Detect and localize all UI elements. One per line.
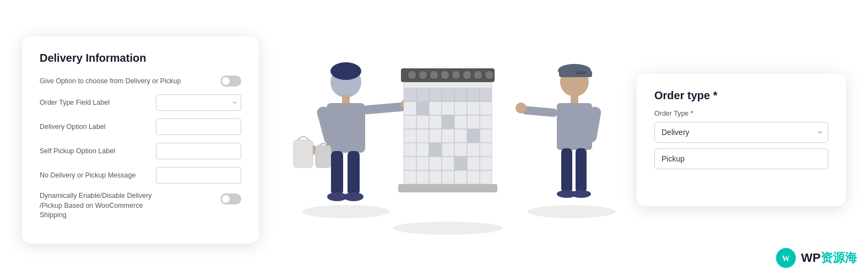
shadow-right (528, 205, 616, 218)
svg-point-51 (516, 103, 527, 114)
self-pickup-input[interactable] (156, 143, 241, 159)
svg-rect-13 (362, 102, 407, 115)
svg-rect-7 (294, 140, 313, 168)
svg-rect-46 (559, 71, 592, 77)
delivery-option-label-text: Delivery Option Label (40, 122, 156, 132)
order-type-field-label: Order Type Field Label (40, 98, 156, 108)
svg-point-24 (485, 71, 493, 79)
svg-text:W: W (782, 255, 790, 263)
svg-rect-9 (331, 151, 343, 195)
pickup-option-row: Pickup (654, 148, 828, 169)
person-right-figure (516, 64, 602, 198)
no-delivery-row: No Delivery or Pickup Message (40, 167, 241, 184)
svg-point-56 (571, 190, 591, 198)
svg-rect-42 (454, 157, 467, 170)
person-left-figure (294, 62, 412, 201)
svg-point-12 (344, 192, 364, 201)
order-type-select[interactable] (156, 94, 241, 111)
svg-rect-39 (442, 115, 454, 129)
svg-point-1 (330, 62, 361, 80)
svg-point-21 (452, 71, 460, 79)
give-option-slider (220, 76, 241, 87)
dynamic-enable-toggle[interactable] (220, 193, 241, 204)
calendar-figure (398, 68, 497, 192)
self-pickup-row: Self Pickup Option Label (40, 143, 241, 159)
dynamic-enable-label: Dynamically Enable/Disable Delivery /Pic… (40, 191, 172, 220)
delivery-option-input[interactable] (156, 119, 241, 135)
svg-rect-50 (522, 106, 558, 117)
svg-rect-10 (348, 151, 360, 195)
svg-rect-54 (576, 148, 587, 192)
illustration-area (259, 11, 637, 269)
delivery-option-label-row: Delivery Option Label (40, 119, 241, 135)
svg-point-22 (463, 71, 471, 79)
order-type-card: Order type * Order Type * Delivery Picku… (637, 74, 846, 206)
no-delivery-input[interactable] (156, 167, 241, 184)
wp-logo-icon: W (775, 247, 797, 269)
self-pickup-label: Self Pickup Option Label (40, 147, 156, 157)
delivery-card-title: Delivery Information (40, 52, 241, 64)
svg-rect-40 (467, 129, 480, 143)
shadow-left (302, 205, 390, 218)
order-card-title: Order type * (654, 89, 828, 102)
no-delivery-label: No Delivery or Pickup Message (40, 171, 156, 181)
main-illustration (261, 24, 635, 256)
svg-rect-38 (416, 101, 429, 115)
watermark-colored-text: 资源海 (821, 251, 857, 265)
svg-rect-47 (576, 71, 587, 74)
svg-point-23 (474, 71, 482, 79)
order-type-select-wrapper: Delivery Pickup (654, 122, 828, 143)
svg-point-17 (408, 71, 416, 79)
dynamic-enable-slider (220, 193, 241, 204)
svg-rect-41 (429, 143, 442, 157)
svg-point-20 (441, 71, 449, 79)
order-type-dropdown[interactable]: Delivery Pickup (654, 122, 828, 143)
svg-rect-2 (342, 95, 350, 103)
watermark: W WP资源海 (775, 247, 857, 269)
shadow-center (393, 222, 503, 235)
pickup-option-text: Pickup (661, 154, 685, 163)
give-option-toggle[interactable] (220, 76, 241, 87)
svg-point-19 (430, 71, 438, 79)
delivery-information-card: Delivery Information Give Option to choo… (22, 36, 259, 244)
main-scene: Delivery Information Give Option to choo… (0, 0, 868, 280)
give-option-label: Give Option to choose from Delivery or P… (40, 77, 220, 87)
svg-rect-25 (404, 88, 492, 101)
svg-rect-53 (561, 148, 572, 192)
dynamic-enable-row: Dynamically Enable/Disable Delivery /Pic… (40, 191, 241, 220)
order-type-label-text: Order Type * (654, 110, 828, 117)
svg-point-18 (419, 71, 427, 79)
order-type-select-wrapper (156, 94, 241, 111)
give-option-row: Give Option to choose from Delivery or P… (40, 76, 241, 87)
order-type-field-row: Order Type Field Label (40, 94, 241, 111)
svg-rect-48 (571, 95, 578, 103)
watermark-text: WP资源海 (801, 250, 857, 266)
svg-rect-43 (398, 184, 497, 192)
svg-rect-8 (316, 146, 331, 168)
